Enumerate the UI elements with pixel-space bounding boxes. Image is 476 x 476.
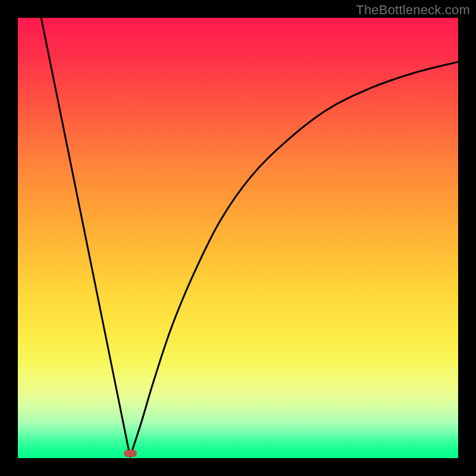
plot-area [18, 18, 458, 458]
chart-frame: TheBottleneck.com [0, 0, 476, 476]
watermark-text: TheBottleneck.com [356, 2, 470, 18]
curve-left-arm [41, 18, 130, 457]
curve-right-arm [130, 62, 458, 457]
vertex-marker [124, 450, 137, 457]
curve-layer [18, 18, 458, 458]
